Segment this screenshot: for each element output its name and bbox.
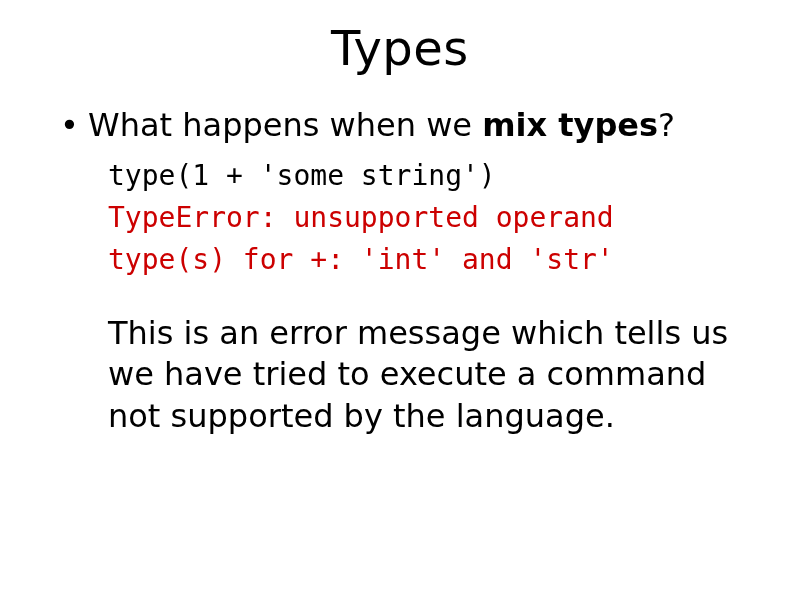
code-block: type(1 + 'some string') TypeError: unsup… [108, 157, 760, 437]
bullet-text-bold: mix types [482, 106, 658, 144]
code-line: type(1 + 'some string') [108, 157, 760, 195]
bullet-item: What happens when we mix types? [60, 104, 760, 147]
error-line-1: TypeError: unsupported operand [108, 199, 760, 237]
slide-title: Types [40, 20, 760, 76]
error-line-2: type(s) for +: 'int' and 'str' [108, 241, 760, 279]
explanation-text: This is an error message which tells us … [108, 313, 760, 438]
bullet-text-pre: What happens when we [88, 106, 482, 144]
bullet-text-post: ? [658, 106, 675, 144]
slide-content: What happens when we mix types? type(1 +… [40, 104, 760, 437]
slide: Types What happens when we mix types? ty… [0, 0, 800, 600]
bullet-list: What happens when we mix types? [60, 104, 760, 147]
